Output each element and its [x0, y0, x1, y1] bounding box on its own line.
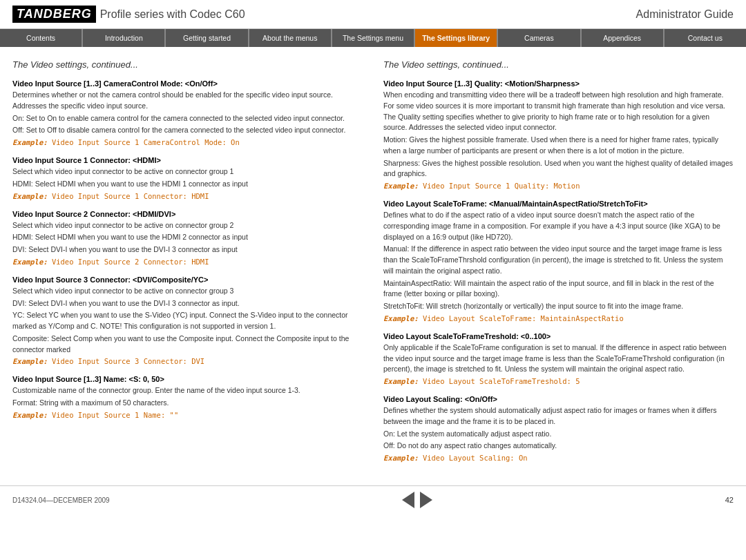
nav-item-getting-started[interactable]: Getting started: [166, 29, 249, 47]
entry-source3-heading: Video Input Source 3 Connector: <DVI/Com…: [12, 276, 363, 284]
entry-camera-control-text-2: Off: Set to Off to disable camera contro…: [12, 125, 363, 136]
nav-item-settings-menu[interactable]: The Settings menu: [332, 29, 415, 47]
entry-quality-example: Example: Video Input Source 1 Quality: M…: [383, 182, 734, 190]
right-section-title: The Video settings, continued...: [383, 59, 734, 70]
nav-item-settings-library[interactable]: The Settings library: [415, 29, 498, 47]
page-content: The Video settings, continued... Video I…: [0, 47, 746, 479]
entry-source1-example-text: Video Input Source 1 Connector: HDMI: [52, 192, 209, 200]
header-guide-title: Administrator Guide: [636, 8, 734, 21]
entry-source3-example-text: Video Input Source 3 Connector: DVI: [52, 357, 204, 365]
entry-source2-heading: Video Input Source 2 Connector: <HDMI/DV…: [12, 210, 363, 218]
entry-camera-control-text-0: Determines whether or not the camera con…: [12, 90, 363, 112]
entry-source1-text-1: HDMI: Select HDMI when you want to use t…: [12, 179, 363, 190]
entry-scale-threshold-text-0: Only applicable if the ScaleToFrame conf…: [383, 342, 734, 375]
entry-camera-control-example: Example: Video Input Source 1 CameraCont…: [12, 138, 363, 146]
footer-doc-id: D14324.04—DECEMBER 2009: [12, 496, 110, 504]
footer-arrows: [402, 492, 432, 508]
entry-quality-text-0: When encoding and transmitting video the…: [383, 90, 734, 133]
entry-source2-connector: Video Input Source 2 Connector: <HDMI/DV…: [12, 210, 363, 266]
entry-source3-text-3: Composite: Select Comp when you want to …: [12, 334, 363, 356]
entry-source1-connector: Video Input Source 1 Connector: <HDMI> S…: [12, 156, 363, 200]
entry-source-name-example: Example: Video Input Source 1 Name: "": [12, 411, 363, 419]
entry-source-name-text-1: Format: String with a maximum of 50 char…: [12, 398, 363, 409]
example-label-r3: Example:: [383, 377, 419, 385]
entry-source-name-example-text: Video Input Source 1 Name: "": [52, 411, 178, 419]
entry-source3-example: Example: Video Input Source 3 Connector:…: [12, 357, 363, 365]
navbar: Contents Introduction Getting started Ab…: [0, 29, 746, 47]
entry-scale-to-frame-text-0: Defines what to do if the aspect ratio o…: [383, 210, 734, 242]
entry-scale-threshold-example-text: Video Layout ScaleToFrameTreshold: 5: [423, 377, 580, 385]
entry-camera-control-heading: Video Input Source [1..3] CameraControl …: [12, 79, 363, 88]
nav-item-contact-us[interactable]: Contact us: [664, 29, 746, 47]
example-label-1: Example:: [12, 138, 48, 146]
entry-source2-text-0: Select which video input connector to be…: [12, 220, 363, 231]
left-column: The Video settings, continued... Video I…: [12, 59, 363, 472]
entry-quality-text-2: Sharpness: Gives the highest possible re…: [383, 158, 734, 180]
nav-item-about-menus[interactable]: About the menus: [249, 29, 332, 47]
entry-source2-example: Example: Video Input Source 2 Connector:…: [12, 258, 363, 266]
entry-source1-example: Example: Video Input Source 1 Connector:…: [12, 192, 363, 200]
entry-camera-control-text-1: On: Set to On to enable camera control f…: [12, 113, 363, 124]
entry-scale-to-frame-text-2: MaintainAspectRatio: Will maintain the a…: [383, 278, 734, 300]
example-label-r2: Example:: [383, 314, 419, 322]
entry-layout-scaling-text-1: On: Let the system automatically adjust …: [383, 429, 734, 440]
header-left: TANDBERG Profile series with Codec C60: [12, 6, 245, 23]
nav-item-appendices[interactable]: Appendices: [582, 29, 664, 47]
example-label-5: Example:: [12, 411, 48, 419]
nav-item-contents[interactable]: Contents: [0, 29, 83, 47]
entry-source2-example-text: Video Input Source 2 Connector: HDMI: [52, 258, 209, 266]
entry-scale-to-frame-heading: Video Layout ScaleToFrame: <Manual/Maint…: [383, 200, 734, 208]
entry-quality-example-text: Video Input Source 1 Quality: Motion: [423, 182, 580, 190]
footer: D14324.04—DECEMBER 2009 42: [0, 485, 746, 514]
entry-layout-scaling-example-text: Video Layout Scaling: On: [423, 454, 528, 462]
right-column: The Video settings, continued... Video I…: [383, 59, 734, 472]
entry-layout-scaling-heading: Video Layout Scaling: <On/Off>: [383, 395, 734, 403]
entry-quality-text-1: Motion: Gives the highest possible frame…: [383, 135, 734, 157]
example-label-2: Example:: [12, 192, 48, 200]
entry-source2-text-2: DVI: Select DVI-I when you want to use t…: [12, 244, 363, 255]
entry-scale-to-frame: Video Layout ScaleToFrame: <Manual/Maint…: [383, 200, 734, 322]
entry-layout-scaling: Video Layout Scaling: <On/Off> Defines w…: [383, 395, 734, 462]
example-label-4: Example:: [12, 357, 48, 365]
entry-scale-to-frame-example-text: Video Layout ScaleToFrame: MaintainAspec…: [423, 314, 624, 322]
entry-camera-control-example-text: Video Input Source 1 CameraControl Mode:…: [52, 138, 240, 146]
entry-source3-connector: Video Input Source 3 Connector: <DVI/Com…: [12, 276, 363, 366]
nav-item-introduction[interactable]: Introduction: [83, 29, 166, 47]
entry-scale-threshold: Video Layout ScaleToFrameTreshold: <0..1…: [383, 332, 734, 385]
nav-item-cameras[interactable]: Cameras: [498, 29, 581, 47]
next-page-button[interactable]: [420, 492, 432, 508]
header-subtitle: Profile series with Codec C60: [100, 8, 245, 21]
entry-camera-control: Video Input Source [1..3] CameraControl …: [12, 79, 363, 146]
entry-scale-threshold-example: Example: Video Layout ScaleToFrameTresho…: [383, 377, 734, 385]
example-label-r1: Example:: [383, 182, 419, 190]
entry-source3-text-0: Select which video input connector to be…: [12, 286, 363, 297]
entry-quality: Video Input Source [1..3] Quality: <Moti…: [383, 79, 734, 190]
entry-scale-threshold-heading: Video Layout ScaleToFrameTreshold: <0..1…: [383, 332, 734, 340]
entry-layout-scaling-text-2: Off: Do not do any aspect ratio changes …: [383, 441, 734, 452]
entry-source-name-heading: Video Input Source [1..3] Name: <S: 0, 5…: [12, 375, 363, 383]
example-label-3: Example:: [12, 258, 48, 266]
brand-tandberg: TANDBERG: [12, 6, 96, 23]
entry-scale-to-frame-text-3: StretchToFit: Will stretch (horizontally…: [383, 301, 734, 312]
entry-quality-heading: Video Input Source [1..3] Quality: <Moti…: [383, 79, 734, 88]
entry-scale-to-frame-text-1: Manual: If the difference in aspect rati…: [383, 244, 734, 276]
entry-source-name-text-0: Customizable name of the connector group…: [12, 385, 363, 396]
left-section-title: The Video settings, continued...: [12, 59, 363, 70]
entry-source3-text-1: DVI: Select DVI-I when you want to use t…: [12, 298, 363, 309]
entry-source-name: Video Input Source [1..3] Name: <S: 0, 5…: [12, 375, 363, 419]
entry-source1-text-0: Select which video input connector to be…: [12, 166, 363, 177]
entry-source1-heading: Video Input Source 1 Connector: <HDMI>: [12, 156, 363, 164]
entry-scale-to-frame-example: Example: Video Layout ScaleToFrame: Main…: [383, 314, 734, 322]
header: TANDBERG Profile series with Codec C60 A…: [0, 0, 746, 29]
entry-source3-text-2: YC: Select YC when you want to use the S…: [12, 310, 363, 332]
prev-page-button[interactable]: [402, 492, 414, 508]
entry-source2-text-1: HDMI: Select HDMI when you want to use t…: [12, 232, 363, 243]
entry-layout-scaling-example: Example: Video Layout Scaling: On: [383, 454, 734, 462]
entry-layout-scaling-text-0: Defines whether the system should automa…: [383, 405, 734, 427]
example-label-r4: Example:: [383, 454, 419, 462]
footer-page-number: 42: [725, 496, 734, 504]
